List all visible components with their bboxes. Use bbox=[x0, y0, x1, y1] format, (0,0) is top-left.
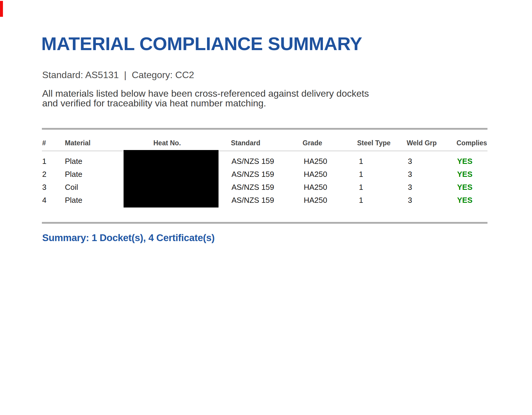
cell-standard: AS/NZS 159 bbox=[231, 183, 274, 192]
cell-material: Plate bbox=[65, 170, 82, 179]
col-header-complies: Complies bbox=[457, 139, 487, 147]
cell-material: Plate bbox=[65, 157, 82, 166]
col-header-steel-type: Steel Type bbox=[357, 139, 390, 147]
cell-weld-grp: 3 bbox=[408, 196, 412, 205]
cell-complies: YES bbox=[457, 196, 472, 205]
cell-num: 4 bbox=[42, 196, 46, 205]
cell-steel-type: 1 bbox=[359, 157, 363, 166]
table-top-rule bbox=[42, 128, 487, 130]
cell-grade: HA250 bbox=[304, 157, 327, 166]
cell-complies: YES bbox=[457, 170, 472, 179]
header-underline bbox=[42, 151, 487, 151]
cell-num: 2 bbox=[42, 170, 46, 179]
col-header-num: # bbox=[42, 139, 46, 147]
cell-steel-type: 1 bbox=[359, 183, 363, 192]
col-header-standard: Standard bbox=[231, 139, 260, 147]
cell-grade: HA250 bbox=[304, 196, 327, 205]
cell-num: 3 bbox=[42, 183, 46, 192]
col-header-heat-no: Heat No. bbox=[153, 139, 181, 147]
summary-line: Summary: 1 Docket(s), 4 Certificate(s) bbox=[42, 232, 215, 243]
cell-weld-grp: 3 bbox=[408, 183, 412, 192]
description-paragraph: All materials listed below have been cro… bbox=[42, 89, 369, 108]
standard-category-line: Standard: AS5131 | Category: CC2 bbox=[42, 70, 194, 80]
cell-standard: AS/NZS 159 bbox=[231, 196, 274, 205]
cell-complies: YES bbox=[457, 183, 472, 192]
page-title: MATERIAL COMPLIANCE SUMMARY bbox=[41, 33, 362, 54]
cell-grade: HA250 bbox=[304, 183, 327, 192]
cell-weld-grp: 3 bbox=[408, 170, 412, 179]
col-header-grade: Grade bbox=[303, 139, 322, 147]
cell-standard: AS/NZS 159 bbox=[231, 170, 274, 179]
col-header-material: Material bbox=[65, 139, 91, 147]
cell-weld-grp: 3 bbox=[408, 157, 412, 166]
cell-grade: HA250 bbox=[304, 170, 327, 179]
corner-red-marker bbox=[0, 1, 3, 17]
cell-steel-type: 1 bbox=[359, 170, 363, 179]
cell-material: Coil bbox=[65, 183, 78, 192]
document-page: MATERIAL COMPLIANCE SUMMARY Standard: AS… bbox=[0, 0, 532, 415]
col-header-weld-grp: Weld Grp bbox=[407, 139, 437, 147]
cell-num: 1 bbox=[42, 157, 46, 166]
cell-material: Plate bbox=[65, 196, 82, 205]
cell-steel-type: 1 bbox=[359, 196, 363, 205]
heat-no-redaction-box bbox=[124, 150, 219, 208]
cell-complies: YES bbox=[457, 157, 472, 166]
cell-standard: AS/NZS 159 bbox=[231, 157, 274, 166]
table-bottom-rule bbox=[42, 222, 487, 224]
